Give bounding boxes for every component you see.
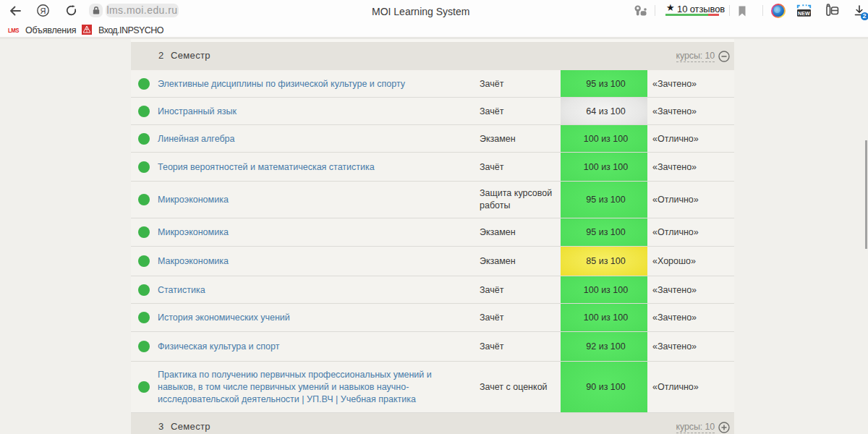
svg-text:NEW: NEW bbox=[798, 10, 810, 17]
svg-text:Я: Я bbox=[41, 7, 46, 15]
